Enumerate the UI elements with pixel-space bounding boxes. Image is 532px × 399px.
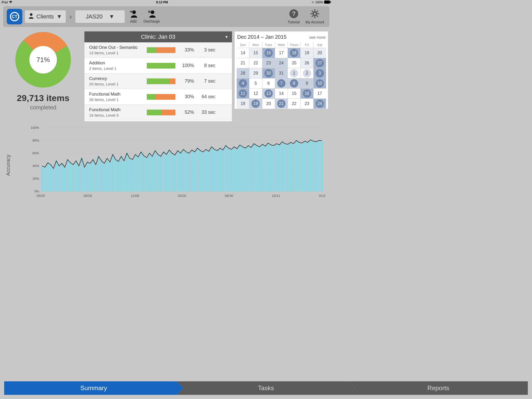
calendar-day[interactable]: 26 (301, 58, 313, 68)
svg-text:?: ? (292, 10, 296, 17)
calendar-day[interactable]: 29 (249, 68, 262, 78)
calendar-see-more-link[interactable]: see more (309, 35, 325, 39)
calendar-day[interactable]: 13 (262, 89, 275, 98)
calendar-day[interactable]: 7 (275, 78, 288, 88)
task-time: 8 sec (197, 63, 215, 68)
accuracy-chart: Accuracy 0%20%40%60%80%100%05/0308/2812/… (4, 124, 328, 207)
svg-rect-87 (182, 149, 184, 191)
task-progress-bar (147, 78, 175, 84)
calendar-day[interactable]: 21 (275, 99, 288, 109)
clients-dropdown[interactable]: Clients ▼ (25, 10, 66, 23)
svg-rect-107 (238, 145, 241, 191)
svg-rect-69 (131, 159, 134, 191)
calendar-day[interactable]: 25 (288, 58, 300, 68)
svg-rect-116 (264, 146, 267, 191)
calendar-dow: Sun (237, 42, 249, 48)
calendar-day[interactable]: 12 (249, 89, 262, 98)
calendar-day[interactable]: 20 (314, 48, 326, 58)
calendar-day[interactable]: 30 (262, 68, 275, 78)
calendar-day[interactable]: 18 (237, 99, 249, 109)
calendar-day[interactable]: 17 (275, 48, 288, 58)
task-row[interactable]: Currency29 items, Level 179%7 sec (84, 74, 232, 89)
svg-text:CT: CT (12, 15, 17, 19)
svg-rect-115 (261, 144, 264, 191)
task-info: Functional Math26 items, Level 1 (89, 92, 144, 102)
calendar-grid: SunMonTuesWedThursFriSat1415161718192021… (237, 42, 326, 109)
task-progress-bar (147, 47, 175, 53)
calendar-day[interactable]: 15 (249, 48, 262, 58)
calendar-dow: Thurs (288, 42, 300, 48)
svg-rect-57 (97, 156, 100, 191)
calendar-day[interactable]: 6 (262, 78, 275, 88)
calendar-day[interactable]: 24 (314, 99, 326, 109)
calendar-day[interactable]: 17 (314, 89, 326, 98)
svg-rect-80 (162, 152, 165, 191)
calendar-day[interactable]: 22 (288, 99, 300, 109)
session-header-dropdown[interactable]: Clinic: Jan 03 ▼ (84, 31, 232, 42)
svg-rect-132 (309, 140, 312, 191)
svg-text:08/28: 08/28 (84, 194, 92, 198)
calendar-day[interactable]: 3 (314, 68, 326, 78)
calendar-day[interactable]: 1 (288, 68, 300, 78)
svg-rect-136 (320, 141, 323, 191)
add-label: Add (130, 19, 137, 23)
calendar-day[interactable]: 8 (288, 78, 300, 88)
svg-rect-128 (298, 142, 300, 191)
svg-rect-112 (252, 144, 255, 191)
calendar-day[interactable]: 20 (262, 99, 275, 109)
calendar-day[interactable]: 14 (237, 48, 249, 58)
tutorial-button[interactable]: ? Tutorial (286, 9, 301, 24)
task-row[interactable]: Odd One Out - Semantic13 items, Level 13… (84, 42, 232, 58)
calendar-day[interactable]: 9 (301, 78, 313, 88)
calendar-day[interactable]: 14 (275, 89, 288, 98)
device-label: iPad (2, 1, 8, 4)
calendar-day[interactable]: 16 (301, 89, 313, 98)
calendar-day[interactable]: 21 (237, 58, 249, 68)
svg-text:01/21: 01/21 (319, 194, 326, 198)
calendar-day[interactable]: 28 (237, 68, 249, 78)
svg-rect-59 (103, 163, 105, 191)
task-row[interactable]: Functional Math16 items, Level 352%33 se… (84, 105, 232, 120)
task-percent: 79% (178, 78, 194, 84)
calendar-day[interactable]: 31 (275, 68, 288, 78)
calendar-day[interactable]: 23 (301, 99, 313, 109)
discharge-client-button[interactable]: ✕ Discharge (142, 10, 161, 23)
svg-rect-131 (306, 142, 309, 191)
calendar-dow: Tues (262, 42, 275, 48)
svg-text:10/11: 10/11 (272, 194, 280, 198)
calendar-day[interactable]: 22 (249, 58, 262, 68)
svg-rect-126 (292, 144, 295, 191)
svg-rect-81 (165, 155, 168, 191)
calendar-day[interactable]: 4 (237, 78, 249, 88)
svg-rect-86 (179, 153, 182, 191)
svg-rect-133 (312, 141, 315, 191)
calendar-day[interactable]: 19 (301, 48, 313, 58)
app-logo-icon[interactable]: CT (7, 9, 22, 24)
calendar-day[interactable]: 19 (249, 99, 262, 109)
svg-rect-61 (109, 162, 111, 191)
calendar-day[interactable]: 5 (249, 78, 262, 88)
my-account-button[interactable]: My Account (304, 9, 326, 24)
svg-rect-39 (46, 163, 49, 191)
svg-text:✕: ✕ (148, 10, 151, 14)
svg-rect-53 (86, 162, 89, 191)
client-select-dropdown[interactable]: JAS20 ▼ (75, 10, 125, 23)
calendar-day[interactable]: 15 (288, 89, 300, 98)
calendar-day[interactable]: 27 (314, 58, 326, 68)
calendar-day[interactable]: 11 (237, 89, 249, 98)
calendar-day[interactable]: 18 (288, 48, 300, 58)
calendar-day[interactable]: 16 (262, 48, 275, 58)
add-client-button[interactable]: + Add (127, 10, 139, 23)
calendar-day[interactable]: 2 (301, 68, 313, 78)
calendar-day[interactable]: 24 (275, 58, 288, 68)
svg-rect-60 (106, 158, 108, 191)
task-meta: 2 items, Level 1 (89, 66, 144, 71)
svg-rect-51 (80, 158, 83, 191)
task-row[interactable]: Addition2 items, Level 1100%8 sec (84, 58, 232, 74)
task-info: Addition2 items, Level 1 (89, 61, 144, 71)
calendar-panel: Dec 2014 – Jan 2015 see more SunMonTuesW… (234, 31, 328, 109)
calendar-day[interactable]: 23 (262, 58, 275, 68)
client-selected-label: JAS20 (86, 13, 103, 20)
calendar-day[interactable]: 10 (314, 78, 326, 88)
task-row[interactable]: Functional Math26 items, Level 130%64 se… (84, 89, 232, 105)
